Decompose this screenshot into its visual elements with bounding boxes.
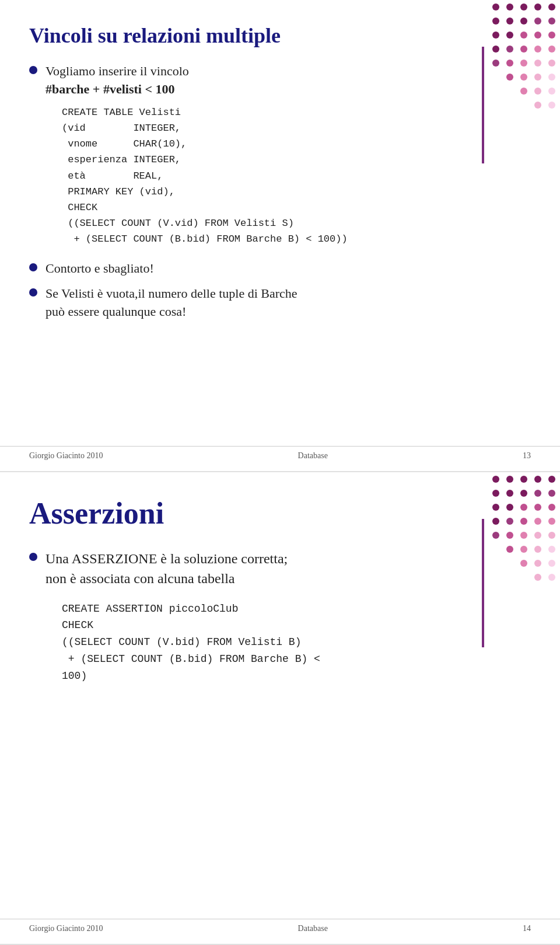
slide2-footer: Giorgio Giacinto 2010 Database 14	[0, 919, 560, 933]
slide2-bullet-1-text: Una ASSERZIONE è la soluzione corretta;n…	[46, 551, 288, 586]
svg-point-4	[548, 4, 555, 11]
svg-point-59	[506, 546, 513, 553]
slide2-footer-right: 14	[523, 924, 531, 933]
svg-point-43	[548, 490, 555, 497]
slide2-bullet-1: Una ASSERZIONE è la soluzione corretta;n…	[29, 549, 531, 690]
svg-point-60	[520, 546, 527, 553]
svg-point-44	[492, 504, 499, 511]
svg-point-10	[492, 32, 499, 39]
slide1-footer-left: Giorgio Giacinto 2010	[29, 451, 103, 461]
svg-point-21	[506, 60, 513, 67]
slide-2: Asserzioni Una ASSERZIONE è la soluzione…	[0, 472, 560, 945]
svg-point-8	[534, 18, 541, 25]
svg-point-16	[506, 46, 513, 53]
slide1-bullet-2: Contorto e sbagliato!	[29, 260, 531, 278]
svg-point-53	[548, 518, 555, 525]
svg-point-12	[520, 32, 527, 39]
slide1-title: Vincoli su relazioni multiple	[29, 23, 531, 48]
slide1-bullet-list: Vogliamo inserire il vincolo#barche + #v…	[29, 62, 531, 321]
svg-point-34	[492, 476, 499, 483]
svg-point-22	[520, 60, 527, 67]
slide2-title: Asserzioni	[29, 496, 531, 532]
slide1-code-block-1: CREATE TABLE Velisti (vid INTEGER, vnome…	[62, 104, 348, 247]
svg-point-52	[534, 518, 541, 525]
svg-point-9	[548, 18, 555, 25]
slide1-bullet-2-text: Contorto e sbagliato!	[46, 260, 154, 278]
svg-point-3	[534, 4, 541, 11]
slide1-footer-right: 13	[523, 451, 531, 461]
svg-point-47	[534, 504, 541, 511]
svg-point-45	[506, 504, 513, 511]
svg-point-49	[492, 518, 499, 525]
slide-1: Vincoli su relazioni multiple Vogliamo i…	[0, 0, 560, 472]
slide2-code-block-1: CREATE ASSERTION piccoloClub CHECK ((SEL…	[62, 601, 320, 685]
slide2-footer-center: Database	[103, 924, 523, 933]
svg-point-46	[520, 504, 527, 511]
svg-point-13	[534, 32, 541, 39]
svg-point-48	[548, 504, 555, 511]
slide1-bullet-1-text: Vogliamo inserire il vincolo#barche + #v…	[46, 64, 189, 96]
slide2-bullet-1-content: Una ASSERZIONE è la soluzione corretta;n…	[46, 549, 320, 690]
svg-point-27	[534, 74, 541, 81]
svg-point-51	[520, 518, 527, 525]
svg-point-30	[534, 88, 541, 95]
slide2-bullet-list: Una ASSERZIONE è la soluzione corretta;n…	[29, 549, 531, 690]
slide2-footer-left: Giorgio Giacinto 2010	[29, 924, 103, 933]
svg-point-42	[534, 490, 541, 497]
svg-point-66	[534, 574, 541, 581]
svg-point-0	[492, 4, 499, 11]
svg-point-26	[520, 74, 527, 81]
svg-point-1	[506, 4, 513, 11]
svg-point-11	[506, 32, 513, 39]
svg-point-25	[506, 74, 513, 81]
svg-point-41	[520, 490, 527, 497]
svg-point-36	[520, 476, 527, 483]
bullet-dot-3	[29, 288, 37, 297]
svg-point-24	[548, 60, 555, 67]
svg-point-55	[506, 532, 513, 539]
svg-point-38	[548, 476, 555, 483]
svg-point-2	[520, 4, 527, 11]
slide1-footer: Giorgio Giacinto 2010 Database 13	[0, 446, 560, 461]
svg-point-50	[506, 518, 513, 525]
svg-point-20	[492, 60, 499, 67]
svg-point-17	[520, 46, 527, 53]
svg-point-23	[534, 60, 541, 67]
slide1-constraint: #barche + #velisti < 100	[46, 82, 174, 96]
svg-point-28	[548, 74, 555, 81]
slide1-bullet-3-text: Se Velisti è vuota,il numero delle tuple…	[46, 285, 298, 321]
svg-point-39	[492, 490, 499, 497]
svg-point-35	[506, 476, 513, 483]
svg-point-7	[520, 18, 527, 25]
svg-point-62	[548, 546, 555, 553]
svg-point-64	[534, 560, 541, 567]
svg-point-63	[520, 560, 527, 567]
svg-point-65	[548, 560, 555, 567]
slide2-bullet-dot-1	[29, 553, 37, 561]
svg-point-40	[506, 490, 513, 497]
dot-grid-top-right-slide1	[484, 0, 560, 123]
svg-point-57	[534, 532, 541, 539]
slide1-footer-center: Database	[103, 451, 523, 461]
slide1-bullet-1-content: Vogliamo inserire il vincolo#barche + #v…	[46, 62, 348, 253]
svg-point-15	[492, 46, 499, 53]
svg-point-5	[492, 18, 499, 25]
vertical-bar-slide1	[482, 47, 484, 163]
slide1-bullet-1: Vogliamo inserire il vincolo#barche + #v…	[29, 62, 531, 253]
slide1-bullet-3: Se Velisti è vuota,il numero delle tuple…	[29, 285, 531, 321]
svg-point-29	[520, 88, 527, 95]
svg-point-61	[534, 546, 541, 553]
svg-point-37	[534, 476, 541, 483]
svg-point-14	[548, 32, 555, 39]
svg-point-33	[548, 102, 555, 109]
svg-point-6	[506, 18, 513, 25]
dot-grid-top-right-slide2	[484, 472, 560, 595]
bullet-dot-2	[29, 263, 37, 271]
svg-point-67	[548, 574, 555, 581]
vertical-bar-slide2	[482, 519, 484, 647]
svg-point-32	[534, 102, 541, 109]
svg-point-19	[548, 46, 555, 53]
svg-point-56	[520, 532, 527, 539]
svg-point-54	[492, 532, 499, 539]
svg-point-18	[534, 46, 541, 53]
